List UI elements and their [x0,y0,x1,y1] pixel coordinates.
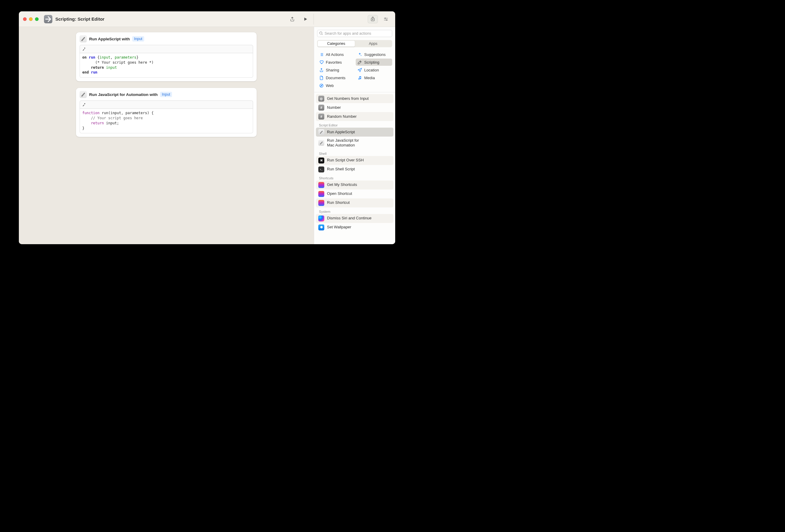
action-list: ◎ Get Numbers from Input # Number # Rand… [314,93,395,244]
action-random-number[interactable]: # Random Number [316,112,394,121]
action-run-jxa-row[interactable]: Run JavaScript for Mac Automation [316,137,394,150]
action-run-ssh[interactable]: ⌘ Run Script Over SSH [316,156,394,165]
code-toolbar [80,100,253,109]
shortcuts-icon [318,200,324,206]
input-token[interactable]: Input [132,36,144,42]
window-title: Scripting: Script Editor [55,17,104,22]
safari-icon [319,83,324,88]
minimize-window-button[interactable] [29,17,33,21]
action-get-my-shortcuts[interactable]: Get My Shortcuts [316,181,394,189]
category-scripting[interactable]: Scripting [356,59,392,66]
action-title: Run AppleScript with [89,37,130,41]
svg-point-3 [320,32,322,34]
library-toggle-button[interactable] [368,15,378,23]
hash-icon: # [318,113,324,119]
music-icon [357,75,362,80]
share-icon [319,68,324,72]
action-run-javascript[interactable]: Run JavaScript for Automation with Input… [76,88,257,137]
share-button[interactable] [287,15,297,23]
category-all-actions[interactable]: All Actions [317,51,354,58]
category-suggestions[interactable]: Suggestions [356,51,392,58]
code-toolbar [80,45,253,53]
search-input[interactable] [317,30,392,37]
settings-button[interactable] [381,15,391,23]
category-grid: All Actions Suggestions Favorites Script… [314,49,395,91]
calculator-icon: ◎ [318,96,324,102]
action-run-shortcut[interactable]: Run Shortcut [316,198,394,207]
terminal-icon: ⌘ [318,158,324,163]
close-window-button[interactable] [23,17,27,21]
window-controls [23,17,39,21]
svg-point-2 [386,20,387,20]
library-sidebar: Categories Apps All Actions Suggestions … [314,27,395,244]
wand-icon [357,60,362,64]
applescript-code-editor[interactable]: on run {input, parameters} (* Your scrip… [80,53,253,78]
action-number[interactable]: # Number [316,103,394,112]
category-sharing[interactable]: Sharing [317,66,354,74]
tab-categories[interactable]: Categories [318,41,355,47]
category-documents[interactable]: Documents [317,74,354,81]
section-shortcuts: Shortcuts [316,174,394,181]
action-dismiss-siri[interactable]: Dismiss Siri and Continue [316,214,394,223]
toolbar: Scripting: Script Editor [19,11,395,27]
category-media[interactable]: Media [356,74,392,81]
script-editor-icon [318,140,324,146]
heart-icon [319,60,324,64]
terminal-icon: ›_ [318,166,324,172]
document-icon [319,75,324,80]
workflow-canvas[interactable]: Run AppleScript with Input on run {input… [19,27,314,244]
siri-icon [318,215,324,221]
hash-icon: # [318,105,324,111]
shortcuts-icon [318,182,324,188]
action-run-applescript[interactable]: Run AppleScript with Input on run {input… [76,32,257,81]
list-icon [319,52,324,57]
svg-point-4 [320,84,323,87]
action-title: Run JavaScript for Automation with [89,92,158,97]
script-editor-icon [80,35,87,43]
input-token[interactable]: Input [160,92,172,97]
app-window: Scripting: Script Editor [19,11,395,244]
action-open-shortcut[interactable]: Open Shortcut [316,189,394,198]
search-icon [319,31,323,36]
tab-apps[interactable]: Apps [355,41,392,47]
script-editor-icon [318,129,324,135]
section-system: System [316,207,394,214]
shortcut-app-icon [44,15,52,23]
shortcuts-icon [318,191,324,197]
section-shell: Shell [316,150,394,156]
script-editor-icon [80,91,87,98]
section-script-editor: Script Editor [316,121,394,128]
action-run-shell[interactable]: ›_ Run Shell Script [316,165,394,174]
hammer-icon[interactable] [82,102,86,107]
javascript-code-editor[interactable]: function run(input, parameters) { // You… [80,109,253,133]
svg-point-1 [385,18,386,19]
zoom-window-button[interactable] [35,17,39,21]
hammer-icon[interactable] [82,47,86,52]
action-get-numbers[interactable]: ◎ Get Numbers from Input [316,94,394,103]
run-button[interactable] [300,15,310,23]
library-tabs: Categories Apps [317,40,392,47]
action-run-applescript-row[interactable]: Run AppleScript [316,128,394,137]
location-icon [357,68,362,72]
sparkle-icon [357,52,362,57]
wallpaper-icon: ✽ [318,224,324,231]
category-location[interactable]: Location [356,66,392,74]
action-set-wallpaper[interactable]: ✽ Set Wallpaper [316,223,394,232]
category-favorites[interactable]: Favorites [317,59,354,66]
category-web[interactable]: Web [317,82,354,89]
